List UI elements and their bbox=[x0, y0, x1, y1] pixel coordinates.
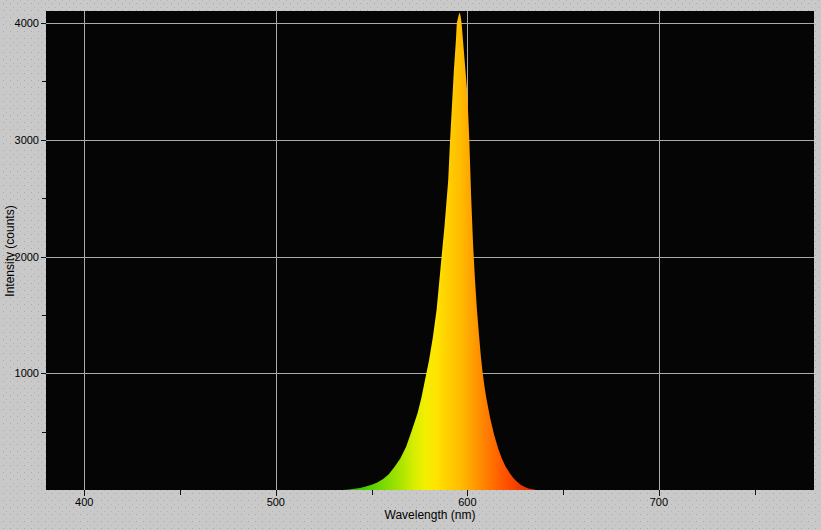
spectrometer-chart: Intensity (counts) Wavelength (nm) 10002… bbox=[0, 0, 821, 530]
x-tick-label: 400 bbox=[64, 496, 104, 509]
y-tick-label: 1000 bbox=[7, 367, 39, 380]
x-tick-label: 600 bbox=[447, 496, 487, 509]
x-axis-title: Wavelength (nm) bbox=[330, 508, 530, 522]
x-tick-label: 700 bbox=[639, 496, 679, 509]
y-tick-label: 2000 bbox=[7, 251, 39, 264]
y-tick-label: 4000 bbox=[7, 17, 39, 30]
y-tick-label: 3000 bbox=[7, 134, 39, 147]
x-tick-label: 500 bbox=[256, 496, 296, 509]
spectrum-plot-svg bbox=[0, 0, 821, 530]
